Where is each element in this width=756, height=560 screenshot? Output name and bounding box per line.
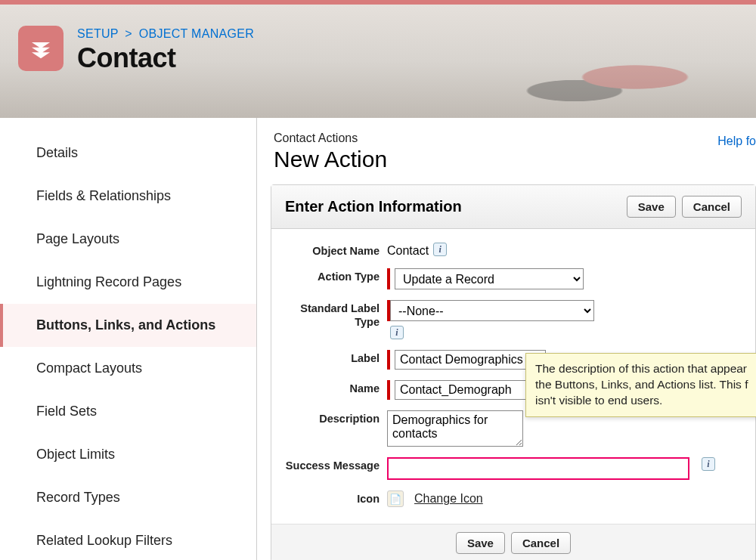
sidebar-item-field-sets[interactable]: Field Sets	[0, 390, 256, 433]
action-type-select[interactable]: Update a Record	[395, 268, 584, 289]
cancel-button-bottom[interactable]: Cancel	[511, 532, 571, 554]
panel-title: Enter Action Information	[285, 198, 462, 215]
name-field-label: Name	[285, 380, 387, 395]
success-message-label: Success Message	[285, 457, 387, 472]
object-icon	[18, 26, 64, 71]
info-icon[interactable]: i	[390, 326, 404, 339]
header-band: SETUP > OBJECT MANAGER Contact	[0, 5, 756, 118]
sidebar-item-lightning-record-pages[interactable]: Lightning Record Pages	[0, 261, 256, 304]
object-name-label: Object Name	[285, 243, 387, 258]
sidebar-item-related-lookup-filters[interactable]: Related Lookup Filters	[0, 519, 256, 560]
cancel-button-top[interactable]: Cancel	[682, 196, 742, 218]
sidebar-item-record-types[interactable]: Record Types	[0, 476, 256, 519]
label-input[interactable]	[395, 350, 546, 370]
breadcrumb-root[interactable]: SETUP	[77, 27, 119, 40]
sidebar-item-compact-layouts[interactable]: Compact Layouts	[0, 347, 256, 390]
standard-label-type-label: Standard Label Type	[285, 300, 387, 329]
change-icon-link[interactable]: Change Icon	[414, 492, 483, 506]
content-area: Help fo Contact Actions New Action Enter…	[257, 118, 756, 560]
sidebar-item-page-layouts[interactable]: Page Layouts	[0, 218, 256, 261]
required-indicator	[387, 268, 390, 289]
success-message-input[interactable]	[387, 457, 689, 480]
header-bg-graphic	[454, 50, 756, 118]
save-button-bottom[interactable]: Save	[456, 532, 505, 554]
sidebar: Details Fields & Relationships Page Layo…	[0, 118, 257, 560]
breadcrumb-leaf[interactable]: OBJECT MANAGER	[139, 27, 254, 40]
sidebar-item-details[interactable]: Details	[0, 131, 256, 175]
breadcrumb: SETUP > OBJECT MANAGER	[77, 27, 254, 41]
description-tooltip: The description of this action that appe…	[525, 353, 756, 417]
help-link[interactable]: Help fo	[717, 135, 756, 148]
save-button-top[interactable]: Save	[627, 196, 676, 218]
info-icon[interactable]: i	[702, 457, 715, 471]
object-name-value: Contact	[387, 243, 429, 258]
icon-label: Icon	[285, 490, 387, 506]
description-textarea[interactable]: Demographics for contacts	[387, 410, 523, 447]
content-subhead: Contact Actions	[274, 131, 756, 145]
required-indicator	[387, 350, 390, 370]
label-field-label: Label	[285, 350, 387, 365]
required-indicator	[387, 380, 390, 400]
content-head: New Action	[274, 147, 756, 172]
sidebar-item-buttons-links-actions[interactable]: Buttons, Links, and Actions	[0, 304, 256, 347]
description-label: Description	[285, 410, 387, 425]
action-type-label: Action Type	[285, 268, 387, 283]
name-input[interactable]	[395, 380, 531, 400]
sidebar-item-object-limits[interactable]: Object Limits	[0, 433, 256, 476]
info-icon[interactable]: i	[433, 243, 447, 256]
breadcrumb-separator: >	[125, 27, 132, 40]
standard-label-type-select[interactable]: --None--	[390, 300, 594, 321]
page-title: Contact	[77, 42, 254, 74]
action-icon-thumb: 📄	[387, 490, 404, 507]
sidebar-item-fields-relationships[interactable]: Fields & Relationships	[0, 175, 256, 218]
